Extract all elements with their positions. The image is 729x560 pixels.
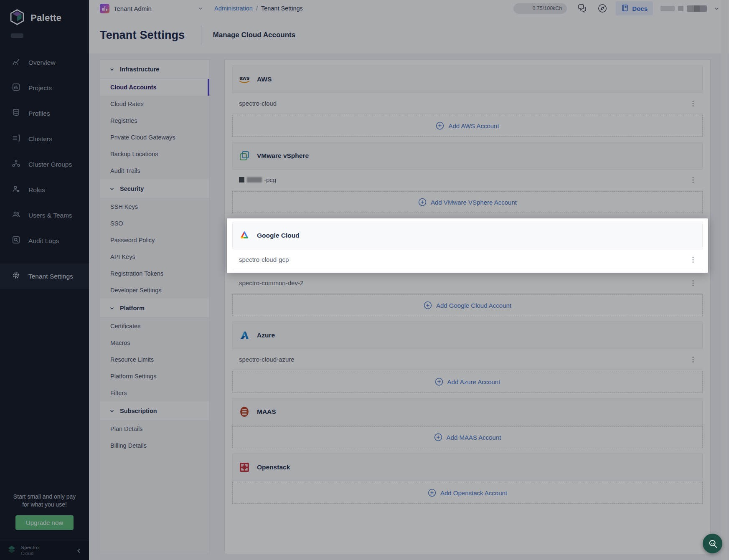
account-row-highlighted: spectro-cloud-gcp: [232, 249, 703, 270]
tour-dim-overlay: [0, 0, 729, 560]
search-icon: [706, 537, 719, 550]
search-fab-button[interactable]: [703, 534, 722, 553]
provider-name: Google Cloud: [257, 232, 300, 239]
google-cloud-highlight: Google Cloud spectro-cloud-gcp: [227, 218, 708, 273]
provider-header: Google Cloud: [232, 222, 703, 249]
account-name: spectro-cloud-gcp: [239, 256, 289, 263]
kebab-menu-icon[interactable]: [688, 254, 698, 265]
gcp-icon: [239, 230, 250, 241]
